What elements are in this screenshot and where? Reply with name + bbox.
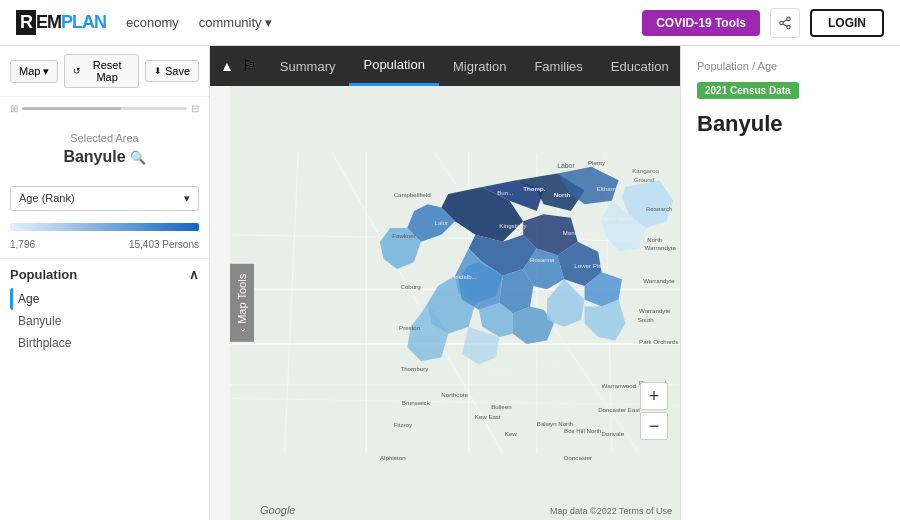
logo: R EM PLAN: [16, 10, 106, 35]
population-section-header[interactable]: Population ∧: [10, 267, 199, 282]
svg-text:Warrandyte: Warrandyte: [643, 277, 675, 284]
svg-text:Kew East: Kew East: [475, 413, 501, 420]
sub-nav: ▲ 🏳 Summary Population Migration Familie…: [210, 46, 680, 86]
svg-text:Coburg: Coburg: [400, 283, 421, 290]
svg-text:Kangaroo: Kangaroo: [632, 167, 659, 174]
search-icon[interactable]: 🔍: [130, 150, 146, 165]
svg-text:Park Orchards: Park Orchards: [639, 338, 678, 345]
save-icon: ⬇: [154, 66, 162, 76]
svg-text:Warrandyte: Warrandyte: [645, 244, 677, 251]
zoom-bar: ⊞ ⊟: [0, 97, 209, 120]
chevron-down-icon: ▾: [265, 15, 272, 30]
svg-text:Fawkner: Fawkner: [392, 232, 416, 239]
tab-migration[interactable]: Migration: [439, 46, 520, 86]
svg-point-0: [787, 17, 791, 21]
svg-text:Templestowe: Templestowe: [537, 358, 573, 365]
svg-text:Eltham: Eltham: [597, 185, 616, 192]
selected-area-name: Banyule 🔍: [10, 148, 199, 166]
svg-text:Ivanhoe: Ivanhoe: [489, 369, 513, 376]
main-layout: Map ▾ ↺ Reset Map ⬇ Save ⊞ ⊟ Selected Ar…: [0, 46, 900, 520]
zoom-in-button[interactable]: +: [640, 382, 668, 410]
tab-population[interactable]: Population: [349, 46, 438, 86]
chevron-up-icon: ∧: [189, 267, 199, 282]
svg-text:Warrandyte: Warrandyte: [639, 307, 671, 314]
reset-icon: ↺: [73, 66, 81, 76]
tab-families[interactable]: Families: [520, 46, 596, 86]
svg-text:South: South: [638, 316, 655, 323]
svg-text:Labor: Labor: [557, 162, 575, 169]
svg-text:Thomp.: Thomp.: [523, 185, 545, 192]
nav-economy[interactable]: economy: [126, 15, 179, 30]
svg-text:Kew: Kew: [505, 430, 517, 437]
sidebar-item-banyule[interactable]: Banyule: [10, 310, 199, 332]
map-button[interactable]: Map ▾: [10, 60, 58, 83]
collapse-icon[interactable]: ▲: [220, 58, 234, 74]
sidebar-item-age[interactable]: Age: [10, 288, 199, 310]
map-container[interactable]: ‹ Map Tools: [230, 86, 680, 520]
rank-dropdown[interactable]: Age (Rank) ▾: [10, 186, 199, 211]
svg-text:Montmorency: Montmorency: [563, 229, 601, 236]
map-svg: Labor Plenty Kangaroo Ground Research No…: [230, 86, 680, 520]
map-tools-tab[interactable]: ‹ Map Tools: [230, 264, 254, 342]
zoom-in-icon: ⊟: [191, 103, 199, 114]
svg-text:North: North: [647, 236, 663, 243]
svg-text:Balwyn North: Balwyn North: [537, 420, 574, 427]
census-badge: 2021 Census Data: [697, 82, 799, 99]
svg-text:Brunswick: Brunswick: [402, 399, 431, 406]
svg-text:Preston: Preston: [399, 324, 421, 331]
zoom-slider[interactable]: [22, 107, 187, 110]
panel-breadcrumb: Population / Age: [697, 60, 884, 72]
svg-text:Doncaster: Doncaster: [564, 454, 592, 461]
selected-area-section: Selected Area Banyule 🔍: [0, 120, 209, 178]
zoom-controls: + −: [640, 382, 668, 440]
logo-plan: PLAN: [61, 12, 106, 33]
sidebar-section-population: Population ∧ Age Banyule Birthplace: [0, 259, 209, 362]
sidebar-toolbar: Map ▾ ↺ Reset Map ⬇ Save: [0, 46, 209, 97]
sub-nav-tabs: Summary Population Migration Families Ed…: [266, 46, 680, 86]
svg-line-3: [783, 23, 787, 25]
svg-point-1: [780, 21, 784, 25]
sidebar-item-birthplace[interactable]: Birthplace: [10, 332, 199, 354]
svg-point-2: [787, 25, 791, 29]
nav-right: COVID-19 Tools LOGIN: [642, 8, 884, 38]
panel-title: Banyule: [697, 111, 884, 137]
svg-text:Heidelb...: Heidelb...: [451, 273, 477, 280]
svg-text:Kingsbury: Kingsbury: [499, 222, 527, 229]
svg-text:Bun...: Bun...: [497, 189, 513, 196]
svg-text:Warranwood: Warranwood: [602, 382, 637, 389]
svg-text:Lalor: Lalor: [435, 219, 449, 226]
svg-text:Ground: Ground: [634, 176, 655, 183]
covid-button[interactable]: COVID-19 Tools: [642, 10, 760, 36]
svg-text:Fitzroy: Fitzroy: [394, 421, 413, 428]
svg-text:Plenty: Plenty: [588, 159, 606, 166]
zoom-out-button[interactable]: −: [640, 412, 668, 440]
svg-text:Eltham North: Eltham North: [597, 215, 633, 222]
login-button[interactable]: LOGIN: [810, 9, 884, 37]
svg-text:Box Hill North: Box Hill North: [564, 427, 602, 434]
tab-summary[interactable]: Summary: [266, 46, 350, 86]
svg-text:Rosanna: Rosanna: [530, 256, 555, 263]
right-panel: Population / Age 2021 Census Data Banyul…: [680, 46, 900, 520]
share-button[interactable]: [770, 8, 800, 38]
chevron-down-icon: ▾: [184, 192, 190, 205]
svg-line-4: [783, 19, 787, 21]
logo-em: EM: [36, 12, 61, 33]
nav-community[interactable]: community ▾: [199, 15, 272, 30]
chevron-left-icon: ‹: [236, 328, 248, 332]
reset-map-button[interactable]: ↺ Reset Map: [64, 54, 139, 88]
tab-education[interactable]: Education: [597, 46, 680, 86]
logo-r: R: [16, 10, 36, 35]
svg-text:Lower Plenty: Lower Plenty: [574, 262, 610, 269]
google-logo: Google: [260, 504, 295, 516]
save-button[interactable]: ⬇ Save: [145, 60, 199, 82]
svg-text:Research: Research: [646, 205, 673, 212]
map-area: ▲ 🏳 Summary Population Migration Familie…: [210, 46, 680, 520]
selected-area-label: Selected Area: [10, 132, 199, 144]
svg-text:Bulleen: Bulleen: [491, 403, 512, 410]
zoom-out-icon: ⊞: [10, 103, 18, 114]
svg-text:Campbellfield: Campbellfield: [394, 191, 432, 198]
map-attribution: Map data ©2022 Terms of Use: [550, 506, 672, 516]
nav-links: economy community ▾: [126, 15, 272, 30]
top-nav: R EM PLAN economy community ▾ COVID-19 T…: [0, 0, 900, 46]
svg-text:Doncaster East: Doncaster East: [598, 406, 640, 413]
